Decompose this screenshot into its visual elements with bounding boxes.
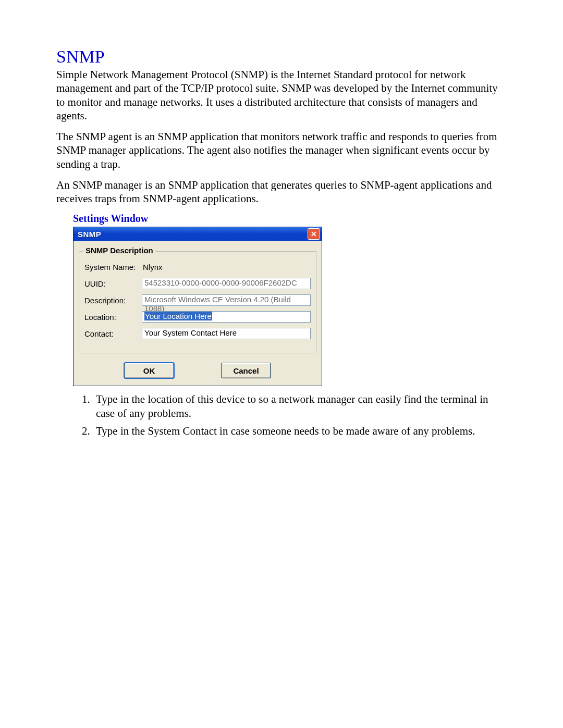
label-system-name: System Name: [84,263,142,272]
location-value-selected: Your Location Here [144,312,212,320]
snmp-dialog: SNMP ✕ SNMP Description System Name: Nly… [73,227,322,386]
row-uuid: UUID: 54523310-0000-0000-0000-90006F2602… [84,277,311,290]
paragraph-1: Simple Network Management Protocol (SNMP… [56,68,507,122]
label-location: Location: [84,313,142,322]
paragraph-2: The SNMP agent is an SNMP application th… [56,130,507,171]
settings-window-heading: Settings Window [73,213,507,225]
label-description: Description: [84,296,142,305]
location-field[interactable]: Your Location Here [142,311,311,323]
contact-field[interactable]: Your System Contact Here [142,328,311,339]
instruction-1: Type in the location of this device to s… [93,392,507,420]
row-location: Location: Your Location Here [84,310,311,324]
document-page: SNMP Simple Network Management Protocol … [0,0,563,438]
label-uuid: UUID: [84,279,142,288]
label-contact: Contact: [84,329,142,338]
close-button[interactable]: ✕ [308,228,320,240]
titlebar[interactable]: SNMP ✕ [74,227,322,241]
dialog-button-row: OK Cancel [79,363,316,378]
instruction-list: Type in the location of this device to s… [56,392,507,438]
dialog-client-area: SNMP Description System Name: Nlynx UUID… [74,241,322,386]
dialog-title: SNMP [78,230,101,239]
close-icon: ✕ [311,230,317,238]
snmp-description-group: SNMP Description System Name: Nlynx UUID… [79,251,316,353]
row-description: Description: Microsoft Windows CE Versio… [84,293,311,307]
ok-button[interactable]: OK [124,363,174,378]
paragraph-3: An SNMP manager is an SNMP application t… [56,178,507,206]
instruction-2: Type in the System Contact in case someo… [93,424,507,438]
page-title: SNMP [56,47,507,67]
cancel-button[interactable]: Cancel [221,363,271,378]
uuid-field[interactable]: 54523310-0000-0000-0000-90006F2602DC [142,278,311,289]
value-system-name: Nlynx [142,263,163,272]
group-legend: SNMP Description [83,246,155,255]
description-field[interactable]: Microsoft Windows CE Version 4.20 (Build… [142,294,311,306]
row-contact: Contact: Your System Contact Here [84,327,311,340]
row-system-name: System Name: Nlynx [84,260,311,274]
